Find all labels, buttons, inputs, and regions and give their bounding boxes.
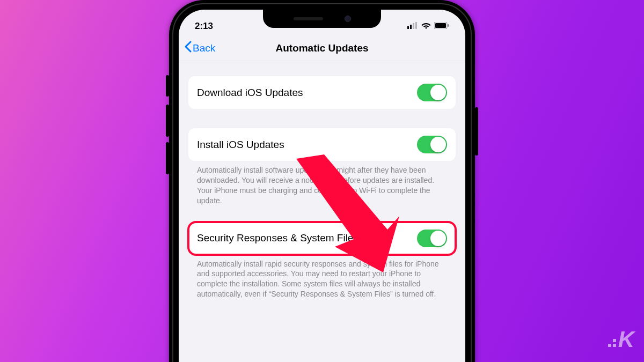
svg-rect-0 (407, 26, 409, 29)
chevron-left-icon (184, 41, 192, 55)
mute-switch (166, 75, 169, 97)
status-time: 2:13 (195, 21, 213, 32)
back-button[interactable]: Back (179, 41, 215, 55)
svg-rect-5 (435, 23, 446, 28)
security-row-highlight: Security Responses & System Files (188, 222, 456, 255)
install-ios-updates-row[interactable]: Install iOS Updates (188, 128, 456, 161)
screen: 2:13 Back Automatic Updates (179, 10, 465, 362)
watermark-logo: K (608, 327, 633, 352)
volume-down-button (166, 142, 169, 174)
security-toggle[interactable] (417, 230, 447, 247)
download-toggle[interactable] (417, 84, 447, 101)
phone-frame: 2:13 Back Automatic Updates (169, 0, 475, 362)
svg-rect-6 (448, 24, 449, 27)
security-footer: Automatically install rapid security res… (188, 255, 456, 300)
settings-content: Download iOS Updates Install iOS Updates… (179, 76, 465, 299)
wifi-icon (421, 21, 431, 32)
install-footer: Automatically install software updates o… (188, 161, 456, 206)
install-label: Install iOS Updates (197, 139, 284, 151)
security-responses-row[interactable]: Security Responses & System Files (188, 222, 456, 255)
svg-rect-2 (413, 23, 414, 29)
power-button (475, 107, 478, 156)
signal-icon (407, 21, 418, 32)
notch (263, 10, 381, 28)
page-title: Automatic Updates (275, 42, 368, 54)
download-ios-updates-row[interactable]: Download iOS Updates (188, 76, 456, 109)
nav-bar: Back Automatic Updates (179, 35, 465, 61)
battery-icon (434, 21, 449, 32)
volume-up-button (166, 105, 169, 137)
svg-rect-3 (415, 22, 417, 29)
security-label: Security Responses & System Files (197, 232, 358, 244)
back-label: Back (193, 42, 215, 54)
svg-rect-1 (410, 25, 412, 29)
watermark-text: K (618, 327, 633, 352)
download-label: Download iOS Updates (197, 87, 303, 99)
install-toggle[interactable] (417, 136, 447, 153)
